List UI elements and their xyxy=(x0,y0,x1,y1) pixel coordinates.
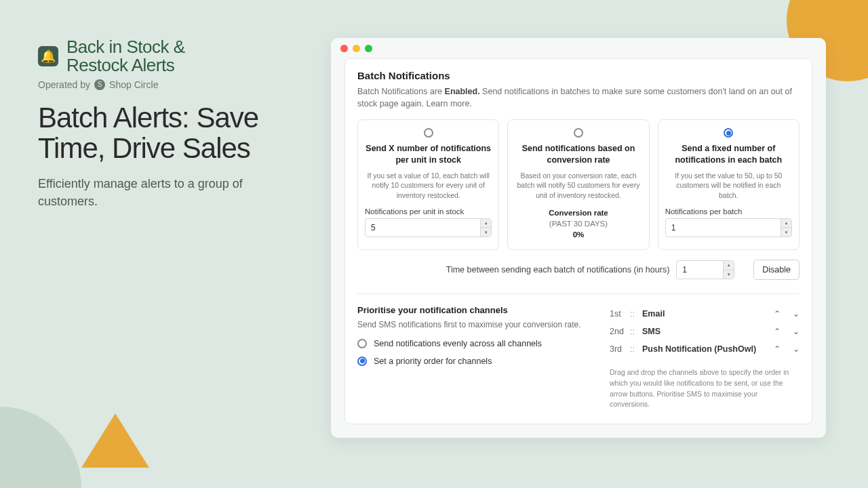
learn-more-link[interactable]: Learn more. xyxy=(426,99,471,108)
chevron-up-icon[interactable]: ⌃ xyxy=(774,344,781,354)
field-label: Notifications per unit in stock xyxy=(365,207,492,216)
shop-circle-name: Shop Circle xyxy=(109,79,158,90)
operated-by-label: Operated by xyxy=(38,79,90,90)
page-subhead: Efficiently manage alerts to a group of … xyxy=(38,176,296,209)
channel-name: Email xyxy=(642,309,774,319)
radio-order[interactable] xyxy=(357,357,367,366)
stepper-down-icon[interactable]: ▼ xyxy=(723,270,734,279)
channel-row[interactable]: 2nd :: SMS ⌃ ⌄ xyxy=(610,323,800,340)
stepper-down-icon[interactable]: ▼ xyxy=(480,228,491,237)
priority-desc: Send SMS notifications first to maximise… xyxy=(357,319,589,331)
priority-option-order[interactable]: Set a priority order for channels xyxy=(357,357,589,366)
chevron-up-icon[interactable]: ⌃ xyxy=(774,327,781,336)
radio-fixed[interactable] xyxy=(724,128,733,138)
channel-sep: :: xyxy=(630,327,642,336)
radio-conversion[interactable] xyxy=(574,128,583,138)
option-card-fixed[interactable]: Send a fixed number of notifications in … xyxy=(658,119,800,250)
decor-triangle xyxy=(81,413,149,468)
channel-ordinal: 2nd xyxy=(610,327,630,336)
disable-button[interactable]: Disable xyxy=(753,260,800,280)
channel-sep: :: xyxy=(630,344,642,354)
chevron-down-icon[interactable]: ⌄ xyxy=(793,344,800,354)
channel-name: SMS xyxy=(642,327,774,336)
notifications-per-batch-input[interactable] xyxy=(665,218,792,237)
card-title: Send notifications based on conversion r… xyxy=(515,143,642,165)
conversion-rate-value: 0% xyxy=(515,229,642,240)
radio-even-label: Send notifications evenly across all cha… xyxy=(374,339,542,348)
app-window: Batch Notifications Batch Notifications … xyxy=(331,38,826,438)
stepper-down-icon[interactable]: ▼ xyxy=(781,228,791,237)
channel-row[interactable]: 3rd :: Push Notification (PushOwl) ⌃ ⌄ xyxy=(610,340,800,358)
channel-row[interactable]: 1st :: Email ⌃ ⌄ xyxy=(610,305,800,323)
section-title-batch: Batch Notifications xyxy=(357,70,800,81)
enabled-badge: Enabled. xyxy=(445,87,480,96)
app-name: Back in Stock & Restock Alerts xyxy=(66,38,185,75)
notifications-per-unit-input[interactable] xyxy=(365,218,492,237)
conversion-rate-label: Conversion rate xyxy=(515,207,642,218)
app-icon: 🔔 xyxy=(38,46,58,66)
window-titlebar xyxy=(331,38,826,58)
stepper-up-icon[interactable]: ▲ xyxy=(723,261,734,270)
radio-even[interactable] xyxy=(357,339,367,348)
maximize-icon[interactable] xyxy=(365,45,372,52)
page-headline: Batch Alerts: Save Time, Drive Sales xyxy=(38,102,296,164)
conversion-rate-sub: (PAST 30 DAYS) xyxy=(515,218,642,229)
desc-pre: Batch Notifications are xyxy=(357,87,445,96)
channel-ordinal: 1st xyxy=(610,309,630,319)
channel-name: Push Notification (PushOwl) xyxy=(642,344,774,354)
card-title: Send X number of notifications per unit … xyxy=(365,143,492,165)
chevron-down-icon[interactable]: ⌄ xyxy=(793,309,800,319)
decor-circle-bottom xyxy=(0,407,81,488)
time-between-label: Time between sending each batch of notif… xyxy=(446,265,670,274)
priority-title: Prioritise your notification channels xyxy=(357,305,589,315)
chevron-up-icon[interactable]: ⌃ xyxy=(774,309,781,319)
priority-option-even[interactable]: Send notifications evenly across all cha… xyxy=(357,339,589,348)
option-card-per-unit[interactable]: Send X number of notifications per unit … xyxy=(357,119,499,250)
minimize-icon[interactable] xyxy=(353,45,360,52)
stepper-up-icon[interactable]: ▲ xyxy=(781,219,791,228)
card-desc: If you set a value of 10, each batch wil… xyxy=(365,171,492,201)
card-title: Send a fixed number of notifications in … xyxy=(665,143,792,165)
card-desc: Based on your conversion rate, each batc… xyxy=(515,171,642,201)
stepper-up-icon[interactable]: ▲ xyxy=(480,219,491,228)
radio-per-unit[interactable] xyxy=(424,128,433,138)
channel-ordinal: 3rd xyxy=(610,344,630,354)
divider xyxy=(357,293,800,294)
option-card-conversion[interactable]: Send notifications based on conversion r… xyxy=(507,119,649,250)
chevron-down-icon[interactable]: ⌄ xyxy=(793,327,800,336)
priority-hint: Drag and drop the channels above to spec… xyxy=(610,367,800,410)
field-label: Notifications per batch xyxy=(665,207,792,216)
radio-order-label: Set a priority order for channels xyxy=(374,357,492,366)
shop-circle-icon: S xyxy=(94,79,105,90)
section-desc-batch: Batch Notifications are Enabled. Send no… xyxy=(357,85,800,110)
channel-sep: :: xyxy=(630,309,642,319)
card-desc: If you set the value to 50, up to 50 cus… xyxy=(665,171,792,201)
close-icon[interactable] xyxy=(340,45,348,52)
